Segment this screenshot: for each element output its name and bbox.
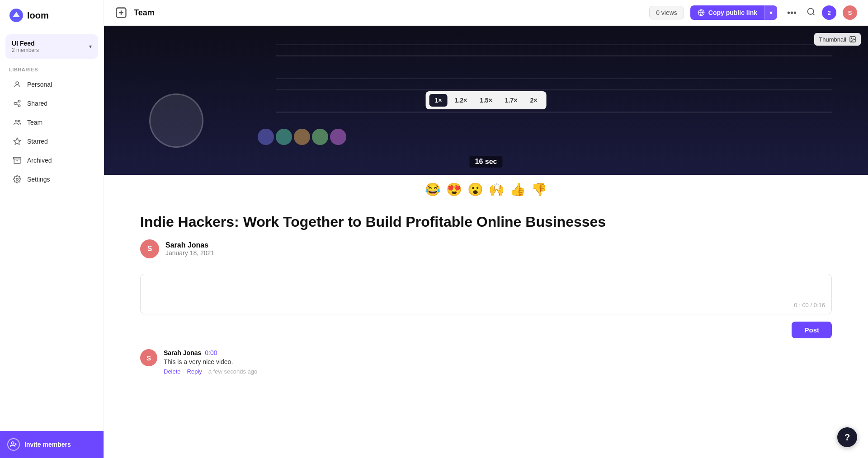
shared-icon — [13, 99, 22, 108]
search-icon — [807, 7, 816, 16]
emoji-thumbs-down[interactable]: 👎 — [531, 182, 547, 197]
feed-title: UI Feed — [12, 40, 39, 47]
post-button[interactable]: Post — [792, 322, 832, 338]
video-presenter-circle — [149, 93, 203, 148]
svg-point-22 — [851, 38, 852, 39]
personal-icon — [13, 80, 22, 89]
speed-controls: 1× 1.2× 1.5× 1.7× 2× — [426, 91, 547, 109]
svg-point-1 — [16, 82, 19, 84]
sidebar-item-shared[interactable]: Shared — [4, 94, 100, 112]
image-icon — [849, 36, 856, 43]
invite-icon — [7, 438, 20, 451]
emoji-laugh[interactable]: 😂 — [425, 182, 441, 197]
comment-body: Sarah Jonas 0:00 This is a very nice vid… — [164, 349, 832, 375]
svg-line-6 — [16, 102, 18, 103]
post-button-container: Post — [140, 322, 832, 338]
star-icon — [13, 137, 22, 146]
sidebar-item-starred[interactable]: Starred — [4, 132, 100, 150]
comments-section: S Sarah Jonas 0:00 This is a very nice v… — [104, 349, 868, 402]
sidebar-item-starred-label: Starred — [27, 138, 48, 145]
comment-timestamp-link[interactable]: 0:00 — [205, 349, 217, 356]
video-info: Indie Hackers: Work Together to Build Pr… — [104, 204, 868, 274]
author-date: January 18, 2021 — [165, 249, 214, 257]
video-container[interactable]: 1× 1.2× 1.5× 1.7× 2× Thumbnail 16 sec — [104, 26, 868, 175]
svg-point-12 — [16, 178, 19, 181]
libraries-label: Libraries — [0, 61, 104, 75]
emoji-reactions: 😂 😍 😮 🙌 👍 👎 — [104, 175, 868, 204]
help-button[interactable]: ? — [837, 427, 857, 447]
svg-point-2 — [18, 100, 20, 103]
svg-point-19 — [808, 8, 814, 14]
copy-public-link-button[interactable]: Copy public link — [690, 5, 764, 20]
speed-2x-button[interactable]: 2× — [524, 94, 542, 107]
invite-members-button[interactable]: Invite members — [0, 431, 104, 458]
speed-1_5x-button[interactable]: 1.5× — [474, 94, 498, 107]
chevron-down-icon: ▾ — [89, 43, 92, 50]
svg-point-7 — [15, 120, 18, 122]
author-name: Sarah Jonas — [165, 241, 214, 249]
svg-line-5 — [16, 104, 18, 105]
topbar: Team 0 views Copy public link ▾ ••• 2 S — [104, 0, 868, 26]
sidebar-item-personal-label: Personal — [27, 81, 52, 88]
copy-link-group: Copy public link ▾ — [690, 5, 777, 20]
archive-icon — [13, 156, 22, 165]
comment-time-ago: a few seconds ago — [208, 368, 257, 375]
sidebar-item-settings[interactable]: Settings — [4, 170, 100, 188]
topbar-team-icon — [115, 6, 127, 19]
copy-link-chevron-button[interactable]: ▾ — [764, 5, 777, 20]
search-button[interactable] — [807, 7, 816, 19]
avatar-count[interactable]: 2 — [822, 5, 836, 20]
comment-author-name: Sarah Jonas — [164, 349, 201, 356]
comment-actions: Delete Reply a few seconds ago — [164, 368, 832, 375]
svg-point-3 — [14, 103, 16, 105]
sidebar-item-personal[interactable]: Personal — [4, 75, 100, 93]
comment-author-line: Sarah Jonas 0:00 — [164, 349, 832, 356]
comment-text: This is a very nice video. — [164, 358, 832, 365]
sidebar-item-team-label: Team — [27, 119, 42, 126]
author-row: S Sarah Jonas January 18, 2021 — [140, 239, 832, 258]
table-row: S Sarah Jonas 0:00 This is a very nice v… — [140, 349, 832, 375]
svg-marker-9 — [14, 138, 21, 145]
user-avatar[interactable]: S — [843, 5, 857, 20]
logo-text: loom — [27, 10, 49, 21]
team-icon — [13, 118, 22, 127]
svg-rect-10 — [14, 157, 21, 159]
sidebar-item-archived[interactable]: Archived — [4, 151, 100, 169]
main-content: Team 0 views Copy public link ▾ ••• 2 S — [104, 0, 868, 458]
video-timer: 16 sec — [470, 156, 503, 168]
settings-icon — [13, 175, 22, 184]
comment-box[interactable]: 0 : 00 / 0:16 — [140, 274, 832, 314]
more-options-button[interactable]: ••• — [783, 6, 800, 20]
video-title: Indie Hackers: Work Together to Build Pr… — [140, 213, 832, 230]
svg-point-4 — [18, 105, 20, 107]
sidebar-item-shared-label: Shared — [27, 100, 47, 107]
thumbnail-label: Thumbnail — [819, 36, 846, 43]
feed-members: 2 members — [12, 47, 39, 53]
logo: loom — [0, 0, 104, 31]
views-badge: 0 views — [649, 6, 684, 19]
sidebar-item-archived-label: Archived — [27, 157, 52, 164]
svg-line-20 — [813, 13, 815, 15]
globe-icon — [698, 9, 705, 16]
speed-1x-button[interactable]: 1× — [429, 94, 448, 107]
topbar-title: Team — [134, 8, 643, 18]
sidebar-item-team[interactable]: Team — [4, 113, 100, 131]
delete-comment-link[interactable]: Delete — [164, 368, 181, 375]
author-avatar: S — [140, 239, 159, 258]
emoji-raised-hands[interactable]: 🙌 — [489, 182, 505, 197]
invite-label: Invite members — [24, 441, 71, 448]
emoji-thumbs-up[interactable]: 👍 — [510, 182, 526, 197]
sidebar: loom UI Feed 2 members ▾ Libraries Perso… — [0, 0, 104, 458]
comment-timer: 0 : 00 / 0:16 — [794, 302, 825, 308]
emoji-heart-eyes[interactable]: 😍 — [446, 182, 462, 197]
thumbnail-button[interactable]: Thumbnail — [814, 33, 861, 46]
feed-section[interactable]: UI Feed 2 members ▾ — [5, 34, 98, 59]
emoji-surprised[interactable]: 😮 — [467, 182, 483, 197]
sidebar-item-settings-label: Settings — [27, 176, 50, 183]
comment-author-avatar: S — [140, 349, 157, 366]
reply-comment-link[interactable]: Reply — [187, 368, 202, 375]
speed-1_7x-button[interactable]: 1.7× — [500, 94, 523, 107]
copy-link-label: Copy public link — [708, 9, 757, 16]
svg-point-8 — [19, 120, 20, 122]
speed-1_2x-button[interactable]: 1.2× — [449, 94, 473, 107]
